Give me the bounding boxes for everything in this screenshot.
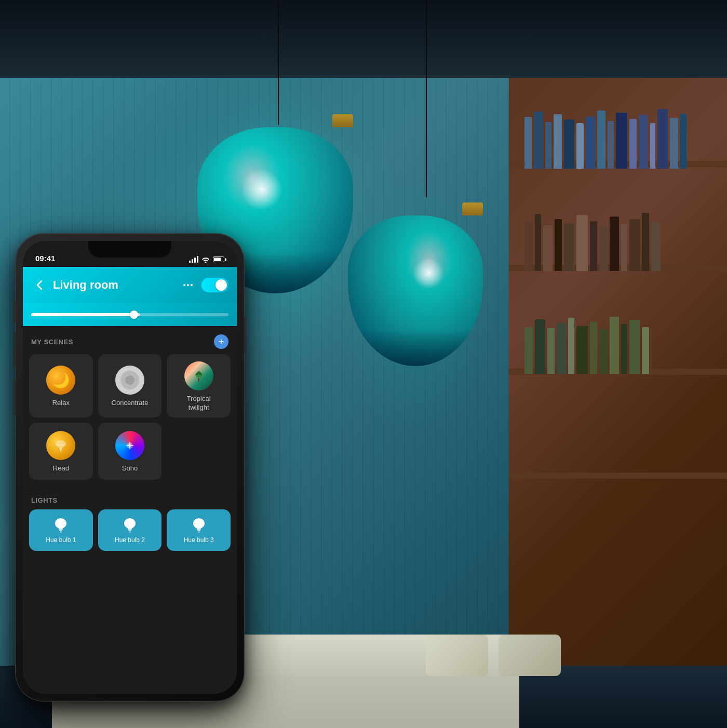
svg-rect-14 — [197, 528, 201, 530]
svg-rect-11 — [128, 530, 131, 531]
app-header: Living room — [23, 267, 237, 303]
signal-bar-4 — [197, 256, 198, 263]
book — [629, 119, 637, 169]
scenes-title: MY SCENES — [31, 338, 73, 346]
book — [568, 318, 574, 374]
brightness-knob[interactable] — [130, 311, 138, 319]
svg-rect-15 — [197, 530, 200, 531]
lights-section-header: LIGHTS — [23, 488, 237, 509]
book — [524, 117, 532, 169]
svg-rect-10 — [128, 528, 132, 530]
scene-card-relax[interactable]: 🌙 Relax — [29, 354, 93, 417]
book — [608, 121, 614, 169]
bulb-icon-3 — [192, 517, 206, 533]
book — [616, 113, 627, 169]
volume-up-button[interactable] — [14, 332, 16, 369]
book — [680, 114, 686, 169]
book — [576, 215, 588, 271]
book — [543, 225, 553, 271]
light-card-1[interactable]: Hue bulb 1 — [29, 509, 93, 551]
sofa-pillow-1 — [426, 635, 488, 676]
book — [547, 328, 555, 374]
book — [586, 117, 595, 169]
scene-card-concentrate[interactable]: Concentrate — [98, 354, 162, 417]
book — [651, 222, 661, 271]
lamp-body-small — [348, 215, 483, 366]
book — [524, 327, 533, 374]
scene-card-tropical-twilight[interactable]: Tropicaltwilight — [167, 354, 231, 417]
concentrate-icon — [115, 366, 144, 395]
add-scene-button[interactable]: + — [214, 334, 228, 349]
light-card-3[interactable]: Hue bulb 3 — [167, 509, 231, 551]
brightness-slider-area — [23, 303, 237, 326]
book — [535, 214, 541, 271]
scenes-section-header: MY SCENES + — [23, 326, 237, 354]
book — [555, 219, 562, 271]
scene-card-read[interactable]: Read — [29, 423, 93, 480]
sofa-pillow-2 — [499, 635, 561, 676]
book — [554, 114, 562, 169]
signal-bar-2 — [192, 259, 193, 263]
scenes-grid: 🌙 Relax Concentrate — [23, 354, 237, 480]
more-button[interactable] — [180, 277, 196, 293]
wifi-icon — [201, 257, 210, 263]
signal-bar-1 — [189, 261, 191, 263]
scene-card-soho[interactable]: Soho — [98, 423, 162, 480]
room-toggle[interactable] — [201, 278, 228, 292]
silent-button[interactable] — [14, 301, 16, 322]
book — [621, 324, 627, 374]
lights-section: LIGHTS Hue bulb 1 — [23, 488, 237, 551]
toggle-knob — [216, 279, 227, 291]
read-icon — [46, 431, 75, 460]
book — [629, 320, 640, 374]
book — [610, 317, 619, 374]
more-dot-2 — [187, 284, 189, 286]
power-button[interactable] — [244, 317, 246, 353]
scene-label-soho: Soho — [122, 464, 138, 473]
brightness-slider[interactable] — [31, 313, 228, 316]
light-label-1: Hue bulb 1 — [46, 536, 76, 544]
status-icons — [189, 256, 224, 263]
bulb-icon-1 — [54, 517, 68, 533]
book — [576, 123, 584, 169]
svg-point-9 — [124, 518, 136, 529]
phone: 09:41 — [16, 234, 244, 701]
book — [642, 327, 649, 374]
book — [535, 319, 545, 374]
book — [590, 221, 597, 271]
scene-label-tropical-twilight: Tropicaltwilight — [187, 395, 211, 412]
more-dot-3 — [191, 284, 193, 286]
book — [597, 111, 605, 169]
bulb-icon-2 — [123, 517, 137, 533]
ceiling — [0, 0, 727, 78]
back-arrow-icon — [36, 280, 43, 290]
books-row-3 — [514, 317, 659, 374]
signal-icon — [189, 256, 198, 263]
svg-rect-12 — [129, 531, 131, 533]
light-label-3: Hue bulb 3 — [184, 536, 214, 544]
svg-point-1 — [56, 440, 66, 448]
tropical-twilight-icon — [184, 361, 213, 390]
book — [534, 112, 543, 169]
lamp-cord-1 — [278, 0, 279, 125]
light-label-2: Hue bulb 2 — [115, 536, 145, 544]
svg-point-5 — [55, 518, 66, 529]
book — [599, 329, 608, 374]
lamp-cap-small — [462, 203, 483, 215]
lamp-cap-large — [332, 114, 353, 127]
svg-rect-2 — [60, 450, 61, 452]
svg-rect-8 — [60, 531, 62, 533]
light-card-2[interactable]: Hue bulb 2 — [98, 509, 162, 551]
volume-down-button[interactable] — [14, 379, 16, 415]
signal-bar-3 — [194, 258, 196, 263]
battery-fill — [214, 258, 221, 261]
svg-rect-6 — [59, 528, 63, 530]
book — [639, 115, 648, 169]
soho-icon — [115, 431, 144, 460]
battery-icon — [213, 257, 224, 262]
add-icon: + — [219, 336, 224, 347]
books-row-1 — [514, 109, 697, 169]
back-button[interactable] — [31, 277, 48, 293]
book — [657, 109, 668, 169]
svg-point-13 — [193, 518, 205, 529]
